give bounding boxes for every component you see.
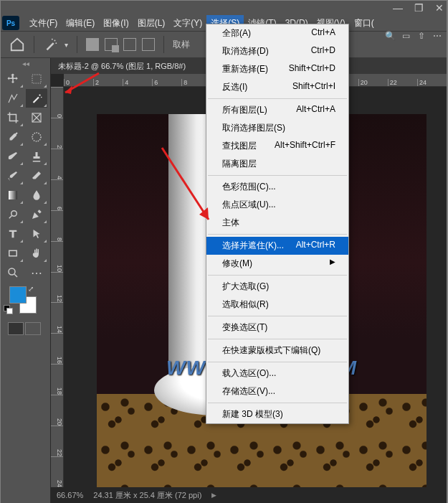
edit-toolbar[interactable]: ⋯ — [26, 263, 47, 282]
magic-wand-tool[interactable] — [26, 89, 47, 108]
menu-item[interactable]: 隔离图层 — [206, 155, 348, 173]
menu-item[interactable]: 查找图层Alt+Shift+Ctrl+F — [206, 137, 348, 155]
hand-tool[interactable] — [26, 244, 47, 263]
search-icon[interactable]: 🔍 — [383, 29, 396, 42]
close-button[interactable]: ✕ — [435, 2, 444, 14]
menu-item[interactable]: 反选(I)Shift+Ctrl+I — [206, 78, 348, 96]
marquee-tool[interactable] — [26, 70, 47, 88]
svg-rect-3 — [32, 75, 41, 83]
move-tool[interactable] — [2, 70, 24, 88]
panel-icon[interactable]: ▭ — [399, 29, 412, 42]
selection-new-icon[interactable] — [86, 38, 99, 51]
svg-point-1 — [55, 42, 57, 44]
menu-type[interactable]: 文字(Y) — [169, 15, 206, 32]
frame-tool[interactable] — [26, 108, 47, 127]
ruler-vertical: 024681012141618202224 — [51, 87, 64, 487]
dodge-tool[interactable] — [2, 205, 24, 224]
selection-subtract-icon[interactable] — [123, 38, 136, 51]
standard-mode[interactable] — [8, 322, 24, 335]
menu-item[interactable]: 全部(A)Ctrl+A — [206, 24, 348, 42]
blur-tool[interactable] — [26, 186, 47, 205]
stamp-tool[interactable] — [26, 147, 47, 166]
menu-item[interactable]: 存储选区(V)... — [206, 382, 348, 400]
crop-tool[interactable] — [2, 108, 24, 127]
eraser-tool[interactable] — [26, 166, 47, 185]
svg-rect-8 — [9, 191, 17, 199]
menu-item[interactable]: 取消选择图层(S) — [206, 119, 348, 137]
menu-item[interactable]: 载入选区(O)... — [206, 365, 348, 382]
lasso-tool[interactable] — [2, 89, 24, 108]
tool-panel: ◂◂ — [1, 58, 51, 503]
menu-item[interactable]: 在快速蒙版模式下编辑(Q) — [206, 342, 348, 359]
default-colors-icon[interactable] — [4, 305, 11, 312]
zoom-tool[interactable] — [2, 263, 24, 282]
menu-item[interactable]: 修改(M)▶ — [206, 255, 348, 273]
type-tool[interactable] — [2, 225, 24, 243]
status-bar: 66.67% 24.31 厘米 x 25.4 厘米 (72 ppi) ▶ — [51, 487, 447, 503]
color-swatches[interactable]: ⤢ — [1, 283, 50, 319]
swap-colors-icon[interactable]: ⤢ — [28, 285, 34, 293]
menu-item[interactable]: 变换选区(T) — [206, 319, 348, 337]
wand-icon[interactable] — [43, 37, 59, 52]
path-select-tool[interactable] — [26, 225, 47, 243]
menu-item[interactable]: 选取相似(R) — [206, 296, 348, 314]
menu-file[interactable]: 文件(F) — [25, 15, 62, 32]
menu-item[interactable]: 重新选择(E)Shift+Ctrl+D — [206, 60, 348, 78]
svg-point-2 — [52, 39, 53, 40]
history-brush-tool[interactable] — [2, 166, 24, 185]
share-icon[interactable]: ⇧ — [415, 29, 428, 42]
rectangle-tool[interactable] — [2, 244, 24, 263]
app-logo: Ps — [2, 16, 19, 30]
home-icon[interactable] — [9, 37, 25, 52]
more-icon[interactable]: ⋯ — [431, 29, 444, 42]
select-menu-dropdown: 全部(A)Ctrl+A取消选择(D)Ctrl+D重新选择(E)Shift+Ctr… — [206, 24, 349, 424]
gradient-tool[interactable] — [2, 186, 24, 205]
healing-tool[interactable] — [26, 128, 47, 146]
menu-edit[interactable]: 编辑(E) — [62, 15, 99, 32]
eyedropper-tool[interactable] — [2, 128, 24, 146]
menu-item[interactable]: 主体 — [206, 214, 348, 232]
menu-item[interactable]: 色彩范围(C)... — [206, 178, 348, 196]
menu-item[interactable]: 选择并遮住(K)...Alt+Ctrl+R — [206, 237, 348, 255]
menu-item[interactable]: 扩大选取(G) — [206, 278, 348, 296]
svg-rect-10 — [9, 250, 17, 256]
zoom-level[interactable]: 66.67% — [57, 491, 83, 499]
window-titlebar: — ❐ ✕ — [1, 1, 447, 15]
document-dimensions: 24.31 厘米 x 25.4 厘米 (72 ppi) — [93, 490, 201, 501]
svg-point-4 — [39, 94, 40, 95]
brush-tool[interactable] — [2, 147, 24, 166]
restore-button[interactable]: ❐ — [414, 2, 424, 14]
menu-layer[interactable]: 图层(L) — [133, 15, 170, 32]
sample-label: 取样 — [173, 39, 190, 51]
mask-mode — [1, 319, 50, 338]
menu-item[interactable]: 焦点区域(U)... — [206, 196, 348, 214]
svg-point-0 — [54, 40, 56, 42]
selection-intersect-icon[interactable] — [142, 38, 155, 51]
svg-point-5 — [41, 97, 42, 98]
menu-window[interactable]: 窗口( — [350, 15, 378, 32]
tool-panel-toggle[interactable]: ◂◂ — [1, 58, 50, 68]
pen-tool[interactable] — [26, 205, 47, 224]
menu-item[interactable]: 新建 3D 模型(3) — [206, 405, 348, 423]
foreground-color[interactable] — [9, 286, 27, 304]
minimize-button[interactable]: — — [393, 2, 403, 14]
menu-image[interactable]: 图像(I) — [99, 15, 133, 32]
menu-item[interactable]: 取消选择(D)Ctrl+D — [206, 42, 348, 60]
svg-point-9 — [11, 211, 17, 217]
selection-add-icon[interactable] — [105, 38, 118, 51]
menu-item[interactable]: 所有图层(L)Alt+Ctrl+A — [206, 101, 348, 119]
quickmask-mode[interactable] — [25, 322, 41, 335]
workspace-options: 🔍 ▭ ⇧ ⋯ — [383, 29, 444, 42]
svg-point-11 — [9, 268, 15, 275]
svg-point-7 — [32, 133, 41, 141]
